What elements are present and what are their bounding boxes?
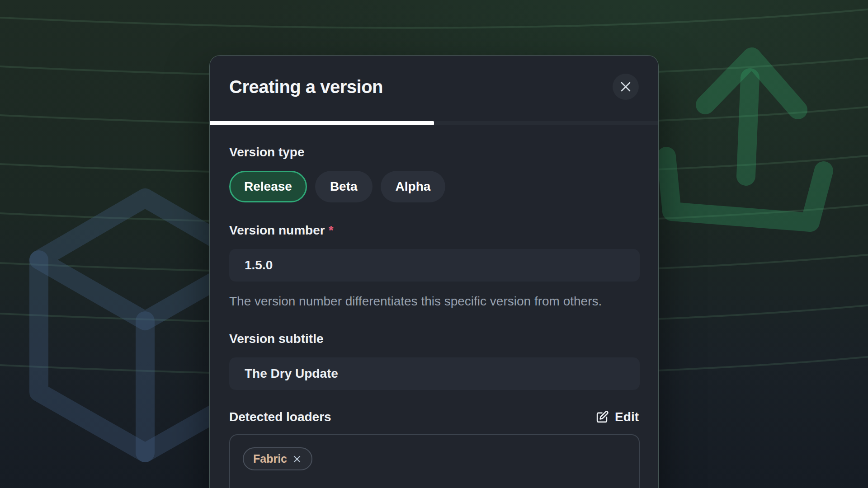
- edit-label: Edit: [615, 410, 639, 424]
- version-subtitle-label: Version subtitle: [229, 332, 639, 346]
- version-number-section: Version number* The version number diffe…: [229, 223, 639, 311]
- edit-loaders-button[interactable]: Edit: [595, 410, 639, 424]
- version-type-label: Version type: [229, 145, 639, 160]
- version-number-label: Version number*: [229, 223, 639, 238]
- version-number-help: The version number differentiates this s…: [229, 292, 616, 311]
- progress-fill: [210, 121, 434, 125]
- version-type-release-button[interactable]: Release: [229, 171, 307, 202]
- version-type-options: Release Beta Alpha: [229, 171, 639, 202]
- version-number-label-text: Version number: [229, 223, 325, 237]
- square-pen-icon: [595, 410, 609, 424]
- version-type-section: Version type Release Beta Alpha: [229, 145, 639, 202]
- modal-body: Version type Release Beta Alpha Version …: [210, 125, 658, 488]
- loader-chip-label: Fabric: [253, 452, 287, 465]
- remove-icon[interactable]: [292, 454, 302, 464]
- detected-loaders-label: Detected loaders: [229, 410, 331, 424]
- version-subtitle-section: Version subtitle: [229, 332, 639, 390]
- version-number-input[interactable]: [229, 249, 640, 282]
- upload-arrow-icon: [666, 57, 824, 222]
- version-subtitle-input[interactable]: [229, 357, 640, 390]
- close-icon: [620, 81, 632, 93]
- version-type-alpha-button[interactable]: Alpha: [381, 171, 446, 202]
- close-button[interactable]: [613, 74, 639, 100]
- modal-title: Creating a version: [229, 76, 383, 97]
- detected-loaders-section: Detected loaders Edit Fabric: [229, 410, 639, 488]
- loader-chip-fabric: Fabric: [243, 447, 312, 470]
- required-asterisk: *: [329, 223, 334, 237]
- progress-bar: [210, 121, 658, 125]
- detected-loaders-box: Fabric: [229, 434, 640, 488]
- modal-header: Creating a version: [210, 56, 658, 100]
- create-version-modal: Creating a version Version type Release …: [209, 55, 659, 488]
- version-type-beta-button[interactable]: Beta: [315, 171, 373, 202]
